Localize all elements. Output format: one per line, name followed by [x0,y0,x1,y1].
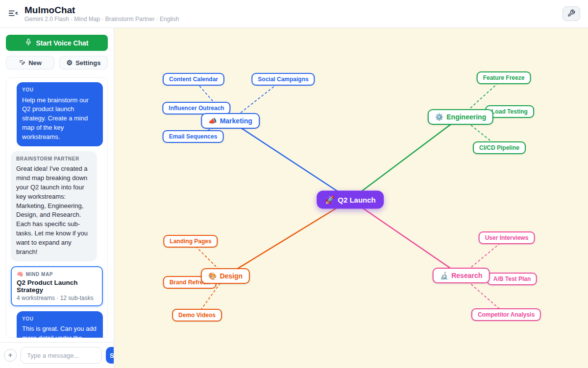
node-label: Feature Freeze [483,74,525,81]
user-message-bubble: YOUThis is great. Can you add more detai… [17,311,103,338]
sidebar-actions: Start Voice Chat New ⚙ Settings [0,28,114,74]
message-input[interactable] [21,347,102,364]
node-label: Engineering [446,113,486,121]
node-label: Landing Pages [170,238,211,245]
node-a-b-test-plan[interactable]: A/B Test Plan [487,273,537,285]
node-user-interviews[interactable]: User Interviews [479,231,535,244]
node-label: Q2 Launch [338,196,376,204]
node-label: Research [451,272,482,279]
node-label: Load Testing [491,108,528,115]
node-competitor-analysis[interactable]: Competitor Analysis [471,308,541,321]
mindmap-nodes: Content CalendarSocial CampaignsInfluenc… [114,28,588,368]
node-content-calendar[interactable]: Content Calendar [163,73,224,86]
node-label: Demo Videos [178,312,216,319]
sidebar: Start Voice Chat New ⚙ Settings [0,28,114,368]
wrench-icon [567,9,575,19]
node-marketing[interactable]: 📣Marketing [201,113,260,129]
app-body: Start Voice Chat New ⚙ Settings [0,28,588,368]
title-block: MulmoChat Gemini 2.0 Flash · Mind Map · … [24,5,179,23]
node-label: Competitor Analysis [478,311,535,318]
new-chat-label: New [28,59,42,67]
app-title: MulmoChat [24,5,179,16]
marketing-icon: 📣 [208,117,217,125]
node-label: A/B Test Plan [493,276,531,282]
design-icon: 🎨 [208,272,217,280]
attach-button[interactable]: + [4,349,17,362]
artifact-label-row: 🧠MIND MAP [17,271,97,277]
node-research[interactable]: 🔬Research [433,268,490,283]
new-chat-icon [19,59,25,67]
assistant-message-bubble: BRAINSTORM PARTNERGreat idea! I've creat… [11,151,97,261]
node-q2-launch[interactable]: 🚀Q2 Launch [317,191,384,209]
artifact-type-label: MIND MAP [26,272,53,277]
message-text: Help me brainstorm our Q2 product launch… [22,96,98,142]
node-label: Content Calendar [169,76,218,83]
start-voice-chat-label: Start Voice Chat [36,39,88,47]
sidebar-button-row: New ⚙ Settings [6,56,108,69]
user-message-bubble: YOUHelp me brainstorm our Q2 product lau… [17,82,103,146]
brain-icon: 🧠 [17,271,24,277]
artifact-subtitle: 4 workstreams · 12 sub-tasks [17,295,97,301]
app-header: MulmoChat Gemini 2.0 Flash · Mind Map · … [0,0,588,28]
node-demo-videos[interactable]: Demo Videos [172,309,222,322]
sidebar-collapse-button[interactable] [8,8,19,20]
node-engineering[interactable]: ⚙️Engineering [428,109,493,125]
tools-button[interactable] [563,6,580,21]
node-label: CI/CD Pipeline [479,144,519,151]
node-label: Email Sequences [169,133,218,140]
artifact-title: Q2 Product Launch Strategy [17,279,97,294]
node-social-campaigns[interactable]: Social Campaigns [251,73,315,86]
node-landing-pages[interactable]: Landing Pages [163,235,218,248]
settings-button[interactable]: ⚙ Settings [59,56,108,69]
node-label: Influencer Outreach [169,105,224,112]
message-text: This is great. Can you add more detail u… [22,324,98,338]
node-label: Marketing [220,117,252,125]
node-label: Social Campaigns [258,76,308,83]
message-sender-label: YOU [22,316,98,323]
sidebar-collapse-icon [8,8,19,20]
node-design[interactable]: 🎨Design [201,268,250,284]
node-email-sequences[interactable]: Email Sequences [163,130,224,143]
node-label: User Interviews [485,234,529,241]
send-button[interactable]: Send [106,347,114,364]
node-ci-cd-pipeline[interactable]: CI/CD Pipeline [473,141,526,154]
message-sender-label: YOU [22,87,98,94]
app-subtitle: Gemini 2.0 Flash · Mind Map · Brainstorm… [24,16,179,23]
q2-launch-icon: 🚀 [325,195,335,205]
new-chat-button[interactable]: New [6,56,54,69]
settings-label: Settings [75,59,100,67]
start-voice-chat-button[interactable]: Start Voice Chat [6,35,108,51]
message-sender-label: BRAINSTORM PARTNER [16,156,92,163]
microphone-icon [25,39,32,47]
node-label: Design [220,272,243,280]
message-list[interactable]: YOUHelp me brainstorm our Q2 product lau… [6,77,108,338]
composer: + Send [0,342,114,368]
mulmochat-app: MulmoChat Gemini 2.0 Flash · Mind Map · … [0,0,588,368]
engineering-icon: ⚙️ [435,113,443,121]
mindmap-artifact-card[interactable]: 🧠MIND MAPQ2 Product Launch Strategy4 wor… [11,266,103,306]
message-text: Great idea! I've created a mind map brea… [16,164,92,256]
mindmap-canvas[interactable]: Content CalendarSocial CampaignsInfluenc… [114,28,588,368]
node-feature-freeze[interactable]: Feature Freeze [477,71,531,84]
gear-icon: ⚙ [67,59,73,67]
research-icon: 🔬 [440,272,448,279]
